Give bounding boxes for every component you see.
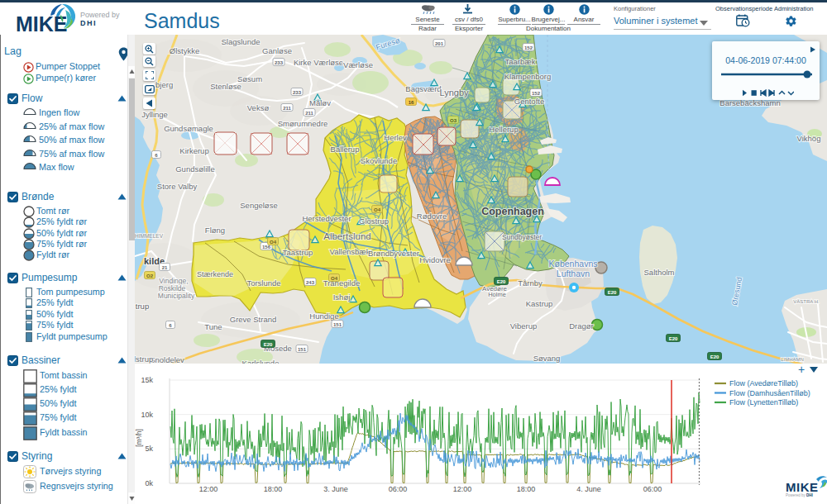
svg-text:5k: 5k: [145, 445, 153, 453]
svg-text:12:00: 12:00: [199, 485, 218, 493]
svg-text:0k: 0k: [145, 479, 153, 487]
svg-text:O4: O4: [270, 240, 277, 245]
svg-text:Lyngby: Lyngby: [439, 88, 469, 97]
svg-text:Hundige: Hundige: [309, 311, 338, 321]
svg-text:3. June: 3. June: [323, 485, 348, 493]
svg-text:Brøndbyvester: Brøndbyvester: [368, 249, 419, 258]
svg-text:12:00: 12:00: [453, 485, 472, 493]
svg-text:Flow (AvedøreTilløb): Flow (AvedøreTilløb): [729, 379, 798, 388]
svg-text:Flow (LynettenTilløb): Flow (LynettenTilløb): [729, 398, 798, 407]
svg-text:O3: O3: [450, 118, 457, 123]
svg-text:233: 233: [293, 90, 302, 95]
svg-text:4. June: 4. June: [576, 485, 601, 493]
svg-text:Municipality: Municipality: [158, 292, 195, 300]
svg-text:Sundbyøster: Sundbyøster: [502, 233, 542, 241]
svg-text:Saltholm: Saltholm: [644, 268, 675, 277]
svg-text:Københavns: Københavns: [549, 259, 598, 269]
svg-text:Tårnby: Tårnby: [518, 278, 543, 288]
svg-text:Veksø: Veksø: [247, 103, 270, 112]
svg-text:E20: E20: [608, 290, 617, 295]
svg-text:18:00: 18:00: [264, 485, 283, 493]
svg-text:VÄSTRA H.: VÄSTRA H.: [793, 299, 820, 304]
svg-text:E20: E20: [669, 336, 678, 341]
svg-text:Smørumnedre: Smørumnedre: [278, 119, 328, 128]
svg-text:Kastrup: Kastrup: [526, 299, 553, 308]
svg-text:Hvidovre: Hvidovre: [419, 255, 451, 264]
svg-text:151: 151: [333, 322, 342, 327]
svg-text:Kirke Værløse: Kirke Værløse: [294, 58, 343, 67]
svg-text:Glostrup: Glostrup: [359, 216, 389, 226]
svg-text:Ølstykke: Ølstykke: [170, 46, 199, 55]
svg-text:Ishøj: Ishøj: [333, 292, 351, 302]
svg-text:Vikhög: Vikhög: [797, 134, 821, 143]
svg-text:Ballerup: Ballerup: [331, 145, 360, 154]
svg-text:152: 152: [532, 91, 541, 96]
svg-text:Greve Strand: Greve Strand: [230, 315, 277, 324]
svg-text:211: 211: [305, 111, 313, 116]
svg-text:Dragør: Dragør: [569, 321, 594, 330]
svg-text:201: 201: [435, 41, 444, 46]
svg-text:10k: 10k: [141, 411, 153, 419]
svg-text:Hellerup: Hellerup: [489, 125, 518, 134]
svg-text:06:00: 06:00: [389, 485, 408, 493]
svg-text:Herstedvester: Herstedvester: [302, 214, 351, 223]
svg-text:[m³/h]: [m³/h]: [135, 429, 143, 447]
svg-text:Rødovre: Rødovre: [417, 212, 447, 221]
svg-text:18:00: 18:00: [517, 485, 536, 493]
svg-text:Ganløse: Ganløse: [262, 46, 292, 55]
svg-text:Jyllinge: Jyllinge: [141, 110, 168, 119]
svg-text:Copenhagen: Copenhagen: [481, 206, 544, 217]
svg-text:211: 211: [283, 106, 291, 111]
svg-text:233: 233: [275, 60, 284, 65]
svg-text:Taastrup: Taastrup: [283, 248, 313, 257]
svg-text:16: 16: [409, 100, 414, 105]
svg-text:06:00: 06:00: [643, 485, 662, 493]
svg-text:Store Valby: Store Valby: [157, 182, 198, 191]
svg-text:Måløv: Måløv: [309, 98, 331, 107]
svg-text:Fløng: Fløng: [205, 226, 225, 235]
svg-text:Kirkerup: Kirkerup: [179, 146, 208, 155]
svg-text:LIMHAMN: LIMHAMN: [781, 357, 804, 362]
svg-text:E20: E20: [497, 279, 506, 284]
svg-text:152: 152: [524, 45, 533, 50]
svg-text:Holme: Holme: [488, 291, 506, 298]
svg-text:O4: O4: [374, 207, 381, 212]
svg-text:Tune: Tune: [204, 322, 222, 331]
svg-text:MIKE: MIKE: [786, 480, 819, 494]
svg-text:15k: 15k: [141, 376, 153, 384]
svg-text:Lufthavn: Lufthavn: [557, 269, 590, 278]
svg-text:Skovlunde: Skovlunde: [361, 156, 397, 165]
svg-text:O4: O4: [331, 276, 338, 281]
svg-text:Stærkende: Stærkende: [197, 270, 233, 278]
svg-text:Gundsølille: Gundsølille: [175, 164, 215, 174]
svg-text:Herlev: Herlev: [384, 133, 407, 142]
svg-text:Powered by DHI: Powered by DHI: [786, 493, 813, 497]
svg-text:O2: O2: [146, 273, 154, 278]
svg-text:Stenløse: Stenløse: [210, 82, 241, 91]
svg-text:Gentofte: Gentofte: [514, 97, 544, 106]
svg-text:Torslunde: Torslunde: [246, 278, 280, 288]
svg-text:dstrup: dstrup: [135, 354, 153, 364]
svg-text:Klampenborg: Klampenborg: [504, 72, 552, 81]
svg-text:Snoldelev: Snoldelev: [150, 355, 184, 364]
svg-text:Flow (DamhusåenTilløb): Flow (DamhusåenTilløb): [729, 389, 810, 397]
svg-text:151: 151: [298, 347, 307, 352]
svg-text:HIMMELEV: HIMMELEV: [135, 233, 164, 239]
svg-text:Albertslund: Albertslund: [323, 231, 371, 241]
svg-text:Søvang: Søvang: [533, 354, 561, 363]
svg-text:Sengeløse: Sengeløse: [240, 201, 277, 210]
svg-text:trup: trup: [136, 302, 149, 311]
svg-text:Slagslunde: Slagslunde: [221, 37, 260, 46]
svg-text:Viberup: Viberup: [510, 321, 538, 330]
svg-text:Gundsømagle: Gundsømagle: [164, 124, 213, 133]
svg-text:Vallensbæk: Vallensbæk: [330, 247, 370, 256]
svg-text:Taarbæk: Taarbæk: [505, 57, 536, 66]
svg-text:21: 21: [162, 265, 168, 270]
svg-text:Bagsværd: Bagsværd: [405, 84, 441, 93]
svg-text:E20: E20: [264, 342, 273, 347]
svg-text:243: 243: [306, 280, 315, 285]
svg-text:E20: E20: [710, 354, 719, 359]
svg-text:+: +: [798, 364, 805, 376]
svg-text:Værløse: Værløse: [343, 60, 373, 69]
